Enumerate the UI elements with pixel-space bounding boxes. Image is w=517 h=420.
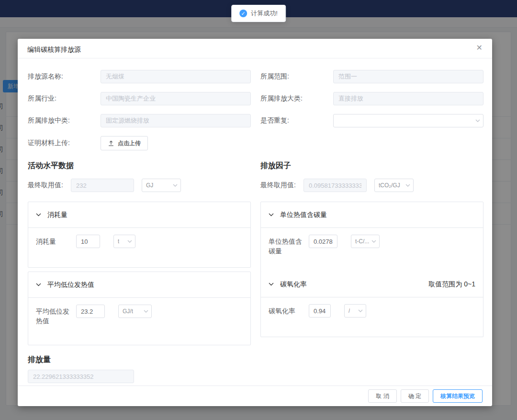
check-circle-icon: ✓: [239, 10, 247, 17]
row-label: 单位热值含碳量: [269, 235, 305, 256]
panel-body: 单位热值含碳量 t-C/...: [261, 228, 483, 275]
panel-body: 碳氧化率 /: [261, 297, 483, 337]
panel-title: 平均低位发热值: [47, 281, 94, 289]
ncv-input[interactable]: [76, 305, 105, 318]
chevron-down-icon: [475, 119, 480, 122]
dialog-footer: 取 消 确 定 核算结果预览: [18, 386, 492, 406]
emission-amount-input: [28, 370, 134, 383]
final-value-label: 最终取用值:: [260, 181, 303, 190]
field-major-category: 所属排放大类:: [260, 92, 483, 105]
consumption-unit-select[interactable]: t: [113, 235, 135, 248]
upload-button[interactable]: 点击上传: [101, 136, 148, 150]
data-sections: 活动水平数据 最终取用值: GJ: [28, 161, 483, 349]
selected-value: GJ: [146, 182, 153, 189]
oxidation-rate-panel: 碳氧化率 取值范围为 0~1 碳氧化率 /: [260, 272, 483, 337]
row-label: 消耗量: [36, 235, 72, 246]
form-grid: 排放源名称: 所属范围: 所属行业: 所属排放大类: 所属排放中类: 是否重复:: [28, 70, 483, 150]
panel-title: 消耗量: [47, 211, 67, 219]
panel-body: 平均低位发热值 GJ/t: [28, 298, 250, 345]
dialog-body: 排放源名称: 所属范围: 所属行业: 所属排放大类: 所属排放中类: 是否重复:: [18, 58, 492, 383]
industry-input: [101, 92, 251, 105]
collapse-chevron-icon: [269, 283, 274, 286]
spacer: [260, 136, 483, 150]
preview-result-button[interactable]: 核算结果预览: [433, 389, 483, 403]
selected-value: GJ/t: [123, 308, 133, 315]
ncv-unit-select[interactable]: GJ/t: [118, 305, 152, 318]
field-label: 证明材料上传:: [28, 139, 101, 148]
final-value-label: 最终取用值:: [28, 181, 71, 190]
consumption-panel-header[interactable]: 消耗量: [28, 202, 250, 228]
edit-emission-source-dialog: 编辑碳核算排放源 ✕ 排放源名称: 所属范围: 所属行业: 所属排放大类: 所属…: [18, 39, 492, 406]
ncv-panel-header[interactable]: 平均低位发热值: [28, 272, 250, 298]
field-label: 所属排放大类:: [260, 94, 333, 103]
field-label: 所属范围:: [260, 72, 333, 81]
field-label: 是否重复:: [260, 116, 333, 125]
dialog-title: 编辑碳核算排放源: [27, 45, 81, 53]
chevron-down-icon: [144, 310, 148, 313]
close-icon[interactable]: ✕: [476, 44, 483, 52]
field-label: 所属行业:: [28, 94, 101, 103]
row-label: 平均低位发热值: [36, 305, 72, 326]
section-title-factor: 排放因子: [260, 161, 483, 171]
ncv-panel: 平均低位发热值 平均低位发热值 GJ/t: [28, 272, 251, 345]
factor-section: 排放因子 最终取用值: tCO₂/GJ: [260, 161, 483, 349]
activity-section: 活动水平数据 最终取用值: GJ: [28, 161, 251, 349]
activity-final-input: [71, 179, 134, 192]
carbon-content-unit-select[interactable]: t-C/...: [351, 235, 380, 248]
panel-title: 单位热值含碳量: [280, 211, 327, 219]
selected-value: tCO₂/GJ: [379, 182, 400, 189]
field-upload: 证明材料上传: 点击上传: [28, 136, 251, 150]
factor-final-row: 最终取用值: tCO₂/GJ: [260, 179, 483, 192]
toast-message: 计算成功!: [251, 9, 278, 18]
field-duplicate: 是否重复:: [260, 114, 483, 127]
consumption-input[interactable]: [76, 235, 100, 248]
factor-unit-select[interactable]: tCO₂/GJ: [374, 179, 414, 192]
field-label: 排放源名称:: [28, 72, 101, 81]
oxidation-rate-unit-select[interactable]: /: [344, 304, 366, 318]
duplicate-select[interactable]: [333, 114, 483, 127]
field-label: 所属排放中类:: [28, 116, 101, 125]
factor-final-input: [303, 179, 367, 192]
chevron-down-icon: [127, 240, 132, 243]
range-note: 取值范围为 0~1: [428, 280, 475, 289]
panel-body: 消耗量 t: [28, 228, 250, 267]
mid-category-input: [101, 114, 251, 127]
confirm-button[interactable]: 确 定: [401, 389, 429, 403]
activity-unit-select[interactable]: GJ: [142, 179, 181, 192]
chevron-down-icon: [405, 184, 410, 187]
oxidation-rate-panel-header[interactable]: 碳氧化率 取值范围为 0~1: [261, 272, 483, 297]
chevron-down-icon: [358, 309, 363, 312]
source-name-input: [101, 70, 251, 83]
section-title-activity: 活动水平数据: [28, 161, 251, 171]
collapse-chevron-icon: [36, 213, 41, 216]
emission-section: 排放量: [28, 355, 483, 383]
carbon-content-panel: 单位热值含碳量 单位热值含碳量 t-C/...: [260, 202, 483, 275]
activity-final-row: 最终取用值: GJ: [28, 179, 251, 192]
chevron-down-icon: [173, 184, 178, 187]
collapse-chevron-icon: [36, 283, 41, 286]
upload-button-label: 点击上传: [118, 139, 141, 148]
cancel-button[interactable]: 取 消: [368, 389, 396, 403]
selected-value: t-C/...: [355, 238, 369, 245]
collapse-chevron-icon: [269, 213, 274, 216]
section-title-emission: 排放量: [28, 355, 483, 365]
upload-icon: [108, 140, 114, 147]
field-source-name: 排放源名称:: [28, 70, 251, 83]
carbon-content-panel-header[interactable]: 单位热值含碳量: [261, 202, 483, 228]
field-mid-category: 所属排放中类:: [28, 114, 251, 127]
success-toast: ✓ 计算成功!: [231, 5, 286, 22]
selected-value: t: [118, 238, 119, 245]
carbon-content-input[interactable]: [309, 235, 337, 248]
field-industry: 所属行业:: [28, 92, 251, 105]
dialog-header: 编辑碳核算排放源 ✕: [18, 39, 492, 58]
field-scope: 所属范围:: [260, 70, 483, 83]
panel-title: 碳氧化率: [280, 280, 307, 289]
consumption-panel: 消耗量 消耗量 t: [28, 202, 251, 268]
scope-input: [333, 70, 483, 83]
row-label: 碳氧化率: [269, 304, 305, 316]
selected-value: /: [348, 307, 350, 314]
oxidation-rate-input[interactable]: [309, 304, 331, 318]
major-category-input: [333, 92, 483, 105]
chevron-down-icon: [371, 240, 376, 243]
